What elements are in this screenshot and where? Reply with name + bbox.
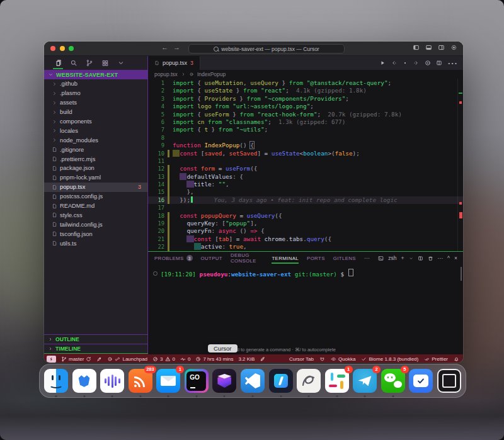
status-time-tracked[interactable]: 7 hrs 43 mins: [195, 356, 233, 362]
titlebar[interactable]: ←→ website-saver-ext — popup.tsx — Curso…: [44, 42, 463, 56]
code-line-17[interactable]: 17: [148, 204, 463, 212]
code-line-19[interactable]: 19 queryKey: ["popup"],: [148, 220, 463, 227]
minimize-window-button[interactable]: [60, 46, 65, 51]
terminal-scrollbar[interactable]: [461, 267, 462, 281]
status-branch[interactable]: master: [61, 356, 91, 362]
run-icon[interactable]: [379, 60, 386, 66]
tree-item-assets[interactable]: assets: [44, 98, 147, 108]
outline-section[interactable]: OUTLINE: [44, 334, 147, 344]
search-view-icon[interactable]: [70, 59, 77, 67]
code-line-20[interactable]: 20 queryFn: async () => {: [148, 227, 463, 235]
command-center-search[interactable]: website-saver-ext — popup.tsx — Cursor: [188, 44, 345, 54]
panel-tab-ports[interactable]: PORTS: [307, 252, 325, 264]
zoom-window-button[interactable]: [69, 46, 74, 51]
tree-item-node_modules[interactable]: node_modules: [44, 135, 147, 145]
goland-dock-icon[interactable]: GO: [185, 369, 209, 393]
status-biome[interactable]: Biome 1.8.3 (bundled): [361, 356, 418, 362]
panel-more-icon[interactable]: ⋯: [364, 255, 370, 261]
extensions-icon[interactable]: [101, 59, 109, 67]
partial-app-dock-icon[interactable]: [437, 369, 461, 393]
next-change-icon[interactable]: [413, 60, 420, 66]
mail-dock-icon[interactable]: 1: [156, 369, 180, 393]
terminal-dropdown-icon[interactable]: [409, 256, 413, 261]
code-line-13[interactable]: 13 defaultValues: {: [148, 173, 463, 181]
status-prettier[interactable]: Prettier: [424, 356, 448, 362]
close-panel-icon[interactable]: ×: [454, 255, 457, 261]
code-line-9[interactable]: 9function IndexPopup() {: [148, 142, 463, 149]
close-window-button[interactable]: [50, 46, 55, 51]
warp-dock-icon[interactable]: [269, 369, 293, 393]
status-problems[interactable]: 30: [152, 356, 175, 362]
tree-item-postcss.config.js[interactable]: postcss.config.js: [44, 192, 147, 201]
toggle-sidebar-icon[interactable]: [413, 44, 420, 51]
source-control-icon[interactable]: [86, 59, 93, 67]
kill-terminal-icon[interactable]: [428, 256, 433, 261]
code-line-14[interactable]: 14 title: "",: [148, 181, 463, 188]
breadcrumb-symbol[interactable]: IndexPopup: [197, 71, 226, 77]
explorer-icon[interactable]: [54, 59, 62, 67]
telegram-dock-icon[interactable]: 2: [353, 369, 377, 393]
overview-ruler[interactable]: [457, 79, 463, 251]
panel-tab-problems[interactable]: PROBLEMS3: [154, 252, 193, 264]
status-cursor-tab[interactable]: Cursor Tab: [289, 356, 314, 362]
code-line-2[interactable]: 2import { useState } from "react"; 4.1k …: [148, 87, 463, 94]
arc-dock-icon[interactable]: [297, 369, 321, 393]
tree-item-locales[interactable]: locales: [44, 126, 147, 135]
code-line-8[interactable]: 8: [148, 134, 463, 142]
breadcrumb[interactable]: popup.tsx IndexPopup: [148, 70, 463, 79]
tree-item-README.md[interactable]: README.md: [44, 201, 147, 211]
status-feather[interactable]: [260, 356, 265, 362]
tree-item-popup.tsx[interactable]: popup.tsx3: [44, 183, 147, 192]
run-circle-icon[interactable]: [425, 60, 431, 66]
tree-item-package.json[interactable]: package.json: [44, 164, 147, 173]
tree-item-build[interactable]: build: [44, 108, 147, 117]
code-line-4[interactable]: 4import logo from "url:~assets/logo.png"…: [148, 103, 463, 110]
split-editor-icon[interactable]: [436, 60, 442, 66]
settings-gear-icon[interactable]: [450, 44, 457, 51]
code-line-3[interactable]: 3import { Providers } from "~components/…: [148, 95, 463, 103]
tree-item-pnpm-lock.yaml[interactable]: pnpm-lock.yaml: [44, 173, 147, 183]
code-line-1[interactable]: 1import { useMutation, useQuery } from "…: [148, 79, 463, 87]
panel-tab-debug-console[interactable]: DEBUG CONSOLE: [231, 252, 263, 264]
status-file-size[interactable]: 3.2 KiB: [238, 356, 255, 362]
panel-more-actions-icon[interactable]: ⋯: [438, 255, 444, 261]
slack-dock-icon[interactable]: 1: [325, 369, 349, 393]
tree-item-style.css[interactable]: style.css: [44, 210, 147, 220]
panel-tab-gitlens[interactable]: GITLENS: [333, 252, 356, 264]
fox-app-dock-icon[interactable]: [72, 369, 96, 393]
tree-item-.plasmo[interactable]: .plasmo: [44, 89, 147, 98]
code-line-15[interactable]: 15 },: [148, 188, 463, 196]
tree-item-.github[interactable]: .github: [44, 79, 147, 89]
things-dock-icon[interactable]: [409, 369, 433, 393]
code-line-12[interactable]: 12 const form = useForm({: [148, 165, 463, 172]
code-line-11[interactable]: 11: [148, 157, 463, 165]
audio-app-dock-icon[interactable]: [100, 369, 124, 393]
code-line-5[interactable]: 5import { useForm } from "react-hook-for…: [148, 111, 463, 118]
code-line-10[interactable]: 10 const [saved, setSaved] = useState<bo…: [148, 150, 463, 157]
tree-item-tsconfig.json[interactable]: tsconfig.json: [44, 229, 147, 239]
status-pulse-count[interactable]: 0: [180, 356, 190, 362]
chevron-down-icon[interactable]: [117, 59, 125, 67]
status-notifications[interactable]: [454, 356, 459, 362]
breadcrumb-file[interactable]: popup.tsx: [154, 71, 178, 77]
vscode-dock-icon[interactable]: [241, 369, 265, 393]
status-quokka[interactable]: Quokka: [331, 356, 356, 362]
tab-popup-tsx[interactable]: popup.tsx 3: [148, 56, 200, 70]
project-root-header[interactable]: WEBSITE-SAVER-EXT: [44, 70, 147, 79]
code-editor[interactable]: 1import { useMutation, useQuery } from "…: [148, 79, 463, 251]
status-launchpad[interactable]: Launchpad: [107, 356, 147, 362]
code-line-16[interactable]: 16 }); You, 3 days ago • feat: init repo…: [148, 196, 463, 204]
forward-icon[interactable]: →: [173, 43, 185, 51]
timeline-section[interactable]: TIMELINE: [44, 344, 147, 353]
panel-tab-terminal[interactable]: TERMINAL: [272, 252, 299, 264]
wechat-dock-icon[interactable]: 5: [381, 369, 405, 393]
status-remote[interactable]: [47, 356, 56, 363]
back-icon[interactable]: ←: [161, 43, 173, 51]
maximize-panel-icon[interactable]: ^: [447, 255, 450, 261]
status-rocket[interactable]: [96, 356, 102, 362]
rss-reader-dock-icon[interactable]: 283: [129, 369, 152, 393]
tree-item-utils.ts[interactable]: utils.ts: [44, 239, 147, 248]
split-terminal-icon[interactable]: [418, 256, 423, 261]
tree-item-tailwind.config.js[interactable]: tailwind.config.js: [44, 220, 147, 229]
more-actions-icon[interactable]: ⋯: [447, 57, 457, 69]
